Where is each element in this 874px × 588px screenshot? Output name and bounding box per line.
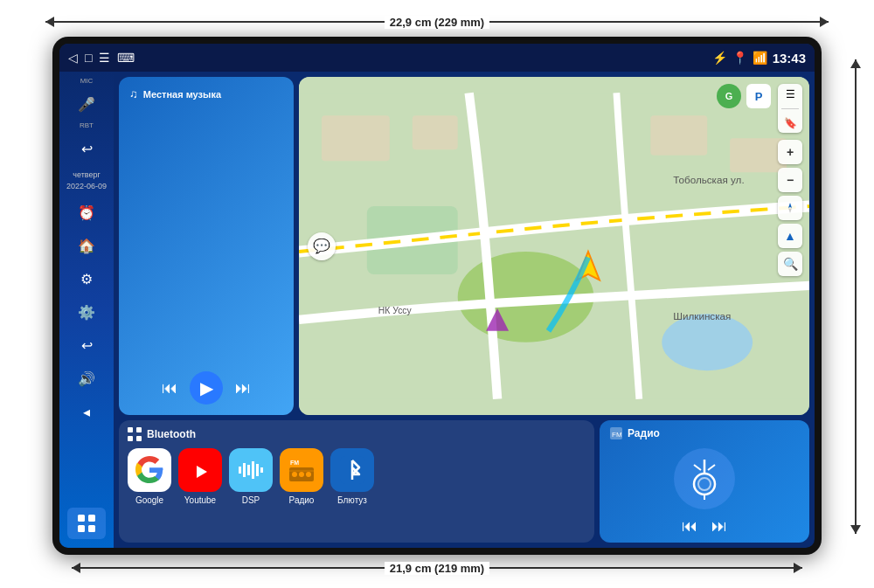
bottom-row: Bluetooth (119, 420, 809, 543)
map-compass-button[interactable] (778, 196, 802, 220)
device-outer: ◁ □ ☰ ⌨ ⚡ 📍 📶 13:43 (52, 37, 822, 555)
radio-header: FM Радио (610, 427, 799, 439)
dsp-icon (229, 448, 273, 492)
svg-line-45 (694, 465, 701, 470)
mic-button[interactable]: 🎤 (67, 88, 106, 120)
map-card[interactable]: Тобольская ул. Шилкинская НК Уссу (299, 77, 809, 415)
radio-prev-button[interactable]: ⏮ (682, 517, 697, 536)
svg-rect-0 (78, 515, 85, 522)
apps-card: Bluetooth (119, 420, 594, 543)
top-measurement-arrow: 22,9 cm (229 mm) (45, 21, 829, 23)
wifi-status-icon: 📶 (753, 51, 767, 65)
svg-point-42 (694, 474, 715, 495)
svg-rect-22 (136, 436, 142, 441)
apps-card-title: Bluetooth (147, 428, 196, 440)
app-item-bluetooth[interactable]: Блютуз (330, 448, 374, 505)
menu-icon[interactable]: ☰ (99, 51, 110, 65)
apps-header: Bluetooth (128, 427, 586, 441)
svg-rect-26 (239, 467, 241, 474)
home-icon[interactable]: □ (85, 51, 92, 65)
rbt-button[interactable]: ↩ (67, 133, 106, 164)
volume-button[interactable]: 🔊 (67, 363, 106, 394)
bottom-measurement-label: 21,9 cm (219 mm) (385, 562, 489, 575)
date-display: четверг 2022-06-09 (66, 169, 107, 191)
map-parking-badge: P (746, 84, 771, 108)
equalizer-button[interactable]: ⚙ (67, 263, 106, 294)
radio-card: FM Радио (600, 420, 809, 543)
map-top-icons: G P (717, 84, 771, 108)
status-time: 13:43 (773, 51, 806, 66)
svg-text:НК Уссу: НК Уссу (378, 306, 413, 315)
svg-rect-30 (256, 464, 259, 476)
music-controls: ⏮ ▶ ⏭ (129, 371, 283, 405)
svg-text:FM: FM (612, 431, 622, 439)
clock-button[interactable]: ⏰ (67, 197, 106, 228)
svg-rect-20 (136, 427, 142, 432)
back-icon[interactable]: ◁ (68, 51, 78, 65)
map-chat-button[interactable]: 💬 (308, 232, 336, 260)
google-icon (128, 448, 171, 492)
app-item-radio[interactable]: FM Радио (280, 448, 323, 505)
music-title: Местная музыка (143, 89, 221, 100)
map-zoom-in-button[interactable]: + (778, 140, 802, 164)
usb-icon[interactable]: ⌨ (117, 51, 135, 65)
app-item-google[interactable]: Google (128, 448, 171, 505)
map-bookmark-icon: 🔖 (784, 117, 797, 129)
rbt-label: RBT (80, 121, 94, 129)
music-play-button[interactable]: ▶ (190, 371, 223, 405)
back-side-button[interactable]: ↩ (67, 329, 106, 361)
map-svg: Тобольская ул. Шилкинская НК Уссу (299, 77, 809, 415)
svg-point-37 (306, 472, 311, 477)
svg-line-46 (708, 465, 715, 470)
map-search-button[interactable]: 🔍 (778, 252, 802, 276)
device-wrapper: ◁ □ ☰ ⌨ ⚡ 📍 📶 13:43 (52, 37, 822, 555)
svg-rect-9 (413, 115, 458, 149)
svg-text:Шилкинская: Шилкинская (673, 310, 731, 322)
svg-rect-19 (128, 427, 133, 432)
apps-grid: Google (128, 448, 586, 505)
radio-icon: FM (280, 448, 323, 492)
music-card: ♫ Местная музыка ⏮ ▶ ⏭ (119, 77, 294, 415)
content-area: ♫ Местная музыка ⏮ ▶ ⏭ (114, 72, 815, 548)
svg-rect-8 (322, 115, 390, 161)
bluetooth-grid-icon (128, 427, 142, 441)
svg-text:FM: FM (290, 460, 299, 466)
app-item-youtube[interactable]: Youtube (178, 448, 222, 505)
svg-rect-29 (252, 461, 254, 479)
radio-antenna-icon (674, 448, 735, 509)
bluetooth-status-icon: ⚡ (712, 51, 727, 65)
svg-rect-28 (247, 465, 250, 475)
settings-button[interactable]: ⚙️ (67, 296, 106, 328)
svg-rect-31 (260, 467, 263, 473)
svg-rect-21 (128, 436, 133, 441)
music-prev-button[interactable]: ⏮ (162, 379, 177, 398)
music-next-button[interactable]: ⏭ (235, 379, 251, 398)
top-measurement-label: 22,9 cm (229 mm) (385, 16, 489, 29)
music-header: ♫ Местная музыка (129, 87, 283, 100)
youtube-icon (178, 448, 222, 492)
nav-button[interactable]: ◂ (67, 396, 106, 427)
svg-point-36 (299, 472, 304, 477)
status-bar-left: ◁ □ ☰ ⌨ (68, 51, 135, 65)
radio-next-button[interactable]: ⏭ (711, 517, 727, 536)
svg-rect-10 (650, 115, 707, 155)
svg-rect-1 (88, 515, 95, 522)
apps-grid-button[interactable] (67, 508, 106, 539)
map-zoom-out-button[interactable]: − (778, 168, 802, 192)
radio-body (610, 439, 799, 517)
map-compass-north-button[interactable]: ▲ (778, 224, 802, 248)
bottom-measurement-arrow: 21,9 cm (219 mm) (72, 558, 802, 578)
svg-rect-3 (88, 525, 95, 532)
bluetooth-icon (330, 448, 374, 492)
svg-rect-2 (78, 525, 85, 532)
map-hamburger-icon: ☰ (786, 88, 795, 100)
status-bar: ◁ □ ☰ ⌨ ⚡ 📍 📶 13:43 (59, 44, 815, 72)
app-item-dsp[interactable]: DSP (229, 448, 273, 505)
svg-rect-27 (243, 463, 246, 477)
map-controls: ☰ 🔖 + − ▲ (778, 84, 802, 276)
home-side-button[interactable]: 🏠 (67, 230, 106, 261)
radio-header-icon: FM (610, 427, 622, 439)
radio-app-label: Радио (289, 495, 315, 505)
side-panel: MIC 🎤 RBT ↩ четверг 2022-06-09 ⏰ 🏠 ⚙ ⚙️ … (59, 72, 114, 548)
svg-point-43 (698, 478, 711, 490)
